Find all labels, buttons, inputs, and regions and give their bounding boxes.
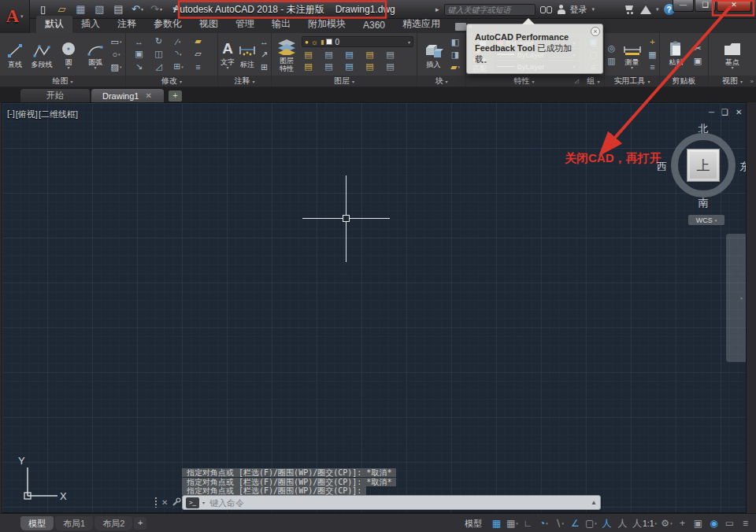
viewcube-north[interactable]: 北 [658, 122, 747, 136]
search-expand-icon[interactable]: ▸ [435, 6, 439, 13]
layer-properties-button[interactable]: 图层 特性 [275, 37, 298, 72]
workspace-switching-toggle[interactable]: ⚙▾ [659, 516, 674, 530]
circle-button[interactable]: 圆 ▾ [56, 39, 81, 70]
annotation-monitor-toggle[interactable]: + [675, 516, 690, 530]
command-close-icon[interactable]: ✕ [161, 498, 168, 507]
layer-unlock-button[interactable]: ▤ [363, 61, 376, 72]
annotation-scale-toggle[interactable]: 人1:1▾ [631, 516, 658, 530]
annotation-autoscale-toggle[interactable]: 人 [615, 516, 630, 530]
ortho-mode-toggle[interactable]: ∟ [521, 516, 536, 530]
offset-button[interactable]: ≡ [191, 61, 205, 72]
open-file-button[interactable]: ▱ [55, 4, 69, 16]
layer-off-button[interactable]: ▤ [302, 49, 315, 61]
polyline-button[interactable]: 多段线 [29, 41, 54, 68]
copy-button[interactable]: ▣ [132, 48, 146, 60]
dialog-launcher-icon[interactable]: ◿ [575, 78, 579, 84]
isolate-objects-toggle[interactable]: ▣ [691, 516, 706, 530]
quick-calc-button[interactable]: ▥ [605, 55, 618, 67]
list-button[interactable]: ≡ [646, 61, 659, 73]
search-input[interactable] [444, 4, 536, 16]
mirror-button[interactable]: ◫ [152, 48, 165, 60]
app-menu-button[interactable]: A ▾ [0, 0, 30, 33]
layer-match-button[interactable]: ▤ [384, 49, 397, 61]
trim-button[interactable]: ∕▾ [172, 35, 185, 47]
viewcube-west[interactable]: 西 [657, 160, 667, 174]
command-prompt-icon[interactable]: >_ [186, 497, 199, 508]
block-edit-button[interactable]: ◧ [449, 36, 462, 48]
drawing-close-icon[interactable]: ✕ [736, 109, 742, 116]
viewcube-east[interactable]: 东 [739, 160, 747, 174]
rotate-button[interactable]: ↻ [152, 35, 165, 47]
ribbon-tab-4[interactable]: 参数化 [145, 16, 191, 33]
panel-label-draw[interactable]: 绘图▾ [52, 76, 72, 87]
panel-label-layers[interactable]: 图层▾ [334, 76, 354, 87]
panel-label-block[interactable]: 块▾ [435, 76, 447, 87]
snap-mode-toggle[interactable]: ▦▾ [505, 516, 520, 530]
array-button[interactable]: ⊞▾ [172, 61, 185, 72]
sign-in-chevron-icon[interactable]: ▾ [592, 6, 595, 13]
drawing-canvas[interactable]: [-] [俯视] [二维线框] ─ ❑ ✕ 关闭CAD，再打开 上 北 西 东 … [2, 102, 747, 513]
layout-tab-模型[interactable]: 模型 [20, 516, 54, 530]
command-expand-icon[interactable]: ▲ [591, 499, 597, 506]
polar-tracking-toggle[interactable]: ◔▾ [536, 516, 551, 530]
layout-tab-布局1[interactable]: 布局1 [55, 516, 93, 530]
drawing-restore-icon[interactable]: ❑ [721, 109, 728, 116]
ribbon-overflow-icon[interactable]: » [750, 78, 754, 85]
exchange-chevron-icon[interactable]: ▾ [656, 6, 659, 13]
annotation-visibility-toggle[interactable]: 人 [599, 516, 614, 530]
leader-button[interactable]: ↗ [258, 49, 271, 61]
layer-isolate-button[interactable]: ▤ [322, 49, 335, 61]
grid-display-toggle[interactable]: ▦ [489, 516, 504, 530]
panel-label-modify[interactable]: 修改▾ [161, 76, 182, 87]
wcs-menu[interactable]: WCS▾ [688, 215, 724, 225]
block-attributes-button[interactable]: ◨ [449, 49, 462, 61]
stretch-button[interactable]: ↘ [132, 61, 146, 72]
block-create-button[interactable]: ▰▾ [449, 61, 462, 73]
copy-clip-button[interactable]: ▣ [691, 55, 705, 67]
view-control[interactable]: [俯视] [16, 109, 38, 120]
minimize-button[interactable]: — [673, 0, 694, 12]
tab-drawing1[interactable]: Drawing1✕ [91, 89, 164, 102]
measure-button[interactable]: 测量 ▾ [620, 39, 644, 70]
hatch-button[interactable]: ▨▾ [109, 61, 123, 73]
redo-button[interactable]: ↷▾ [150, 4, 163, 16]
tab-start[interactable]: 开始 [20, 89, 90, 102]
panel-label-utilities[interactable]: 实用工具▾ [613, 76, 650, 87]
dimension-button[interactable]: 标注 [237, 41, 258, 68]
isometric-drafting-toggle[interactable]: ∖▾ [552, 516, 567, 530]
tooltip-close-icon[interactable]: × [591, 27, 600, 36]
drawing-minimize-icon[interactable]: ─ [709, 109, 714, 116]
zoom-button[interactable]: ⊙▾ [730, 292, 743, 304]
command-customize-icon[interactable] [172, 497, 181, 507]
object-snap-toggle[interactable]: ▢▾ [584, 516, 598, 530]
new-file-button[interactable]: ▯ [36, 4, 50, 16]
id-point-button[interactable]: + [646, 36, 659, 48]
tab-close-icon[interactable]: ✕ [145, 91, 151, 100]
panel-label-properties[interactable]: 特性▾ [513, 76, 534, 87]
clean-screen-toggle[interactable]: ▭ [722, 516, 737, 530]
line-button[interactable]: 直线 [2, 41, 28, 68]
orbit-button[interactable]: ◌ [730, 316, 743, 328]
layer-thaw-button[interactable]: ▤ [343, 61, 356, 72]
match-brush-button[interactable]: ▰ [191, 35, 205, 47]
hardware-acceleration-toggle[interactable]: ◉ [706, 516, 721, 530]
paste-button[interactable]: 粘贴 ▾ [664, 39, 689, 70]
layer-select[interactable]: ● ☼ ▮ 0 ▾ [302, 36, 413, 47]
arc-button[interactable]: 圆弧 ▾ [83, 39, 108, 70]
undo-button[interactable]: ↶▾ [131, 4, 144, 16]
scale-button[interactable]: ◿ [152, 61, 165, 72]
new-drawing-tab-button[interactable]: + [169, 91, 182, 102]
object-snap-tracking-toggle[interactable]: ∠ [568, 516, 583, 530]
move-button[interactable]: ↔ [132, 35, 146, 47]
new-layout-button[interactable]: + [134, 517, 146, 530]
layout-tab-布局2[interactable]: 布局2 [94, 516, 132, 530]
ellipse-button[interactable]: ○▾ [109, 49, 123, 61]
viewport-menu-control[interactable]: [-] [7, 109, 15, 120]
command-input[interactable] [208, 497, 587, 508]
erase-button[interactable]: ▱ [191, 48, 205, 60]
close-button[interactable]: ✕ [717, 0, 751, 12]
quick-select-button[interactable]: ◎ [605, 42, 618, 54]
navigation-wheel-button[interactable]: ◎ [730, 243, 743, 255]
pan-button[interactable]: ⊕ [730, 268, 743, 279]
autodesk-exchange-icon[interactable] [640, 6, 651, 14]
